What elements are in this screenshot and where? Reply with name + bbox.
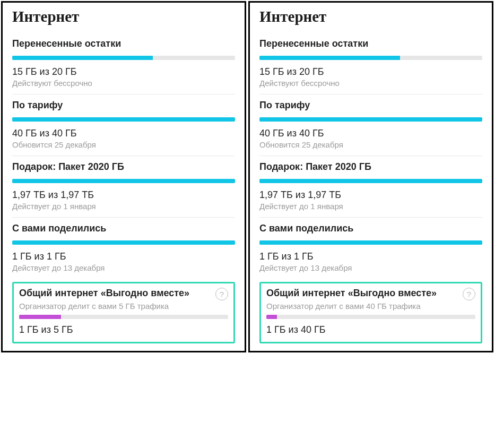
subtext: Действуют бессрочно [259, 79, 482, 88]
usage-text: 1 ГБ из 5 ГБ [19, 324, 228, 335]
panel-left: Интернет Перенесенные остатки 15 ГБ из 2… [1, 1, 246, 352]
section-carried-over: Перенесенные остатки 15 ГБ из 20 ГБ Дейс… [12, 33, 235, 94]
subtext: Действует до 13 декабря [259, 263, 482, 272]
subtext: Действует до 1 января [259, 202, 482, 211]
progress-bar [19, 315, 228, 319]
help-icon[interactable]: ? [215, 288, 228, 300]
subtext: Действует до 13 декабря [12, 263, 235, 272]
usage-text: 1 ГБ из 1 ГБ [12, 251, 235, 262]
progress-bar [259, 117, 482, 122]
section-gift: Подарок: Пакет 2020 ГБ 1,97 ТБ из 1,97 Т… [259, 156, 482, 217]
page-title: Интернет [12, 8, 235, 25]
help-icon[interactable]: ? [463, 288, 475, 300]
usage-text: 1 ГБ из 40 ГБ [266, 324, 475, 335]
section-title: С вами поделились [259, 223, 482, 234]
highlight-title: Общий интернет «Выгодно вместе» [266, 288, 437, 299]
progress-fill [259, 240, 482, 245]
usage-text: 15 ГБ из 20 ГБ [12, 66, 235, 77]
usage-text: 40 ГБ из 40 ГБ [259, 128, 482, 139]
progress-fill [259, 117, 482, 122]
section-title: С вами поделились [12, 223, 235, 234]
panel-right: Интернет Перенесенные остатки 15 ГБ из 2… [248, 1, 493, 352]
usage-text: 1 ГБ из 1 ГБ [259, 251, 482, 262]
section-shared-with-you: С вами поделились 1 ГБ из 1 ГБ Действует… [259, 217, 482, 279]
section-carried-over: Перенесенные остатки 15 ГБ из 20 ГБ Дейс… [259, 33, 482, 94]
section-gift: Подарок: Пакет 2020 ГБ 1,97 ТБ из 1,97 Т… [12, 156, 235, 217]
highlight-subtext: Организатор делит с вами 5 ГБ трафика [19, 301, 228, 311]
section-title: Перенесенные остатки [259, 38, 482, 49]
progress-bar [12, 56, 235, 60]
section-shared-with-you: С вами поделились 1 ГБ из 1 ГБ Действует… [12, 217, 235, 279]
progress-fill [12, 240, 235, 245]
progress-bar [266, 315, 475, 319]
section-title: Перенесенные остатки [12, 38, 235, 49]
usage-text: 40 ГБ из 40 ГБ [12, 128, 235, 139]
shared-internet-box: Общий интернет «Выгодно вместе» ? Органи… [259, 282, 482, 343]
progress-fill [259, 179, 482, 183]
section-tariff: По тарифу 40 ГБ из 40 ГБ Обновится 25 де… [259, 94, 482, 156]
subtext: Обновится 25 декабря [259, 140, 482, 149]
progress-fill [266, 315, 277, 319]
usage-text: 1,97 ТБ из 1,97 ТБ [259, 189, 482, 201]
highlight-subtext: Организатор делит с вами 40 ГБ трафика [266, 301, 475, 311]
section-tariff: По тарифу 40 ГБ из 40 ГБ Обновится 25 де… [12, 94, 235, 156]
highlight-title: Общий интернет «Выгодно вместе» [19, 288, 189, 299]
page-title: Интернет [259, 8, 482, 25]
progress-bar [259, 56, 482, 60]
subtext: Действует до 1 января [12, 202, 235, 211]
progress-bar [12, 117, 235, 122]
progress-bar [259, 240, 482, 245]
subtext: Обновится 25 декабря [12, 140, 235, 149]
progress-fill [12, 56, 153, 60]
progress-fill [259, 56, 400, 60]
usage-text: 1,97 ТБ из 1,97 ТБ [12, 189, 235, 201]
progress-fill [12, 179, 235, 183]
section-title: По тарифу [259, 100, 482, 111]
section-title: Подарок: Пакет 2020 ГБ [12, 161, 235, 173]
progress-bar [12, 179, 235, 183]
progress-fill [12, 117, 235, 122]
progress-bar [259, 179, 482, 183]
subtext: Действуют бессрочно [12, 79, 235, 88]
progress-bar [12, 240, 235, 245]
usage-text: 15 ГБ из 20 ГБ [259, 66, 482, 77]
shared-internet-box: Общий интернет «Выгодно вместе» ? Органи… [12, 282, 235, 343]
progress-fill [19, 315, 61, 319]
section-title: Подарок: Пакет 2020 ГБ [259, 161, 482, 173]
section-title: По тарифу [12, 100, 235, 111]
